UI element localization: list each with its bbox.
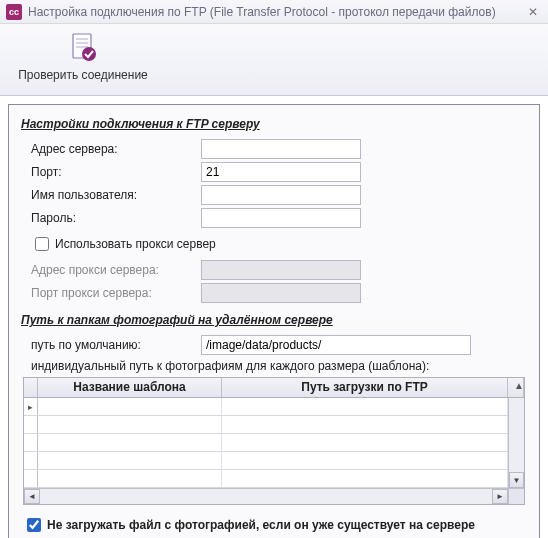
table-row[interactable] [24,470,508,488]
scroll-left-icon[interactable]: ◄ [24,489,40,504]
use-proxy-checkbox[interactable] [35,237,49,251]
cell-ftp-path[interactable] [222,434,508,451]
use-proxy-label: Использовать прокси сервер [55,237,216,251]
default-path-row: путь по умолчанию: [31,335,531,355]
port-label: Порт: [31,165,201,179]
skip-existing-row: Не загружать файл с фотографией, если он… [23,515,531,535]
scroll-corner [508,489,524,504]
table-header: Название шаблона Путь загрузки по FTP ▲ [24,378,524,398]
user-label: Имя пользователя: [31,188,201,202]
cell-template-name[interactable] [38,452,222,469]
proxy-addr-input [201,260,361,280]
check-connection-label: Проверить соединение [18,68,148,82]
server-label: Адрес сервера: [31,142,201,156]
check-connection-button[interactable]: Проверить соединение [8,30,158,84]
table-row[interactable] [24,416,508,434]
app-icon: cc [6,4,22,20]
record-selector[interactable] [24,470,38,487]
server-input[interactable] [201,139,361,159]
use-proxy-row: Использовать прокси сервер [31,234,531,254]
password-label: Пароль: [31,211,201,225]
password-row: Пароль: [31,208,531,228]
proxy-port-label: Порт прокси сервера: [31,286,201,300]
cell-ftp-path[interactable] [222,398,508,415]
table-row[interactable] [24,434,508,452]
close-icon[interactable]: ✕ [524,5,542,19]
scroll-down-icon[interactable]: ▼ [509,472,524,488]
cell-template-name[interactable] [38,434,222,451]
default-path-label: путь по умолчанию: [31,338,201,352]
proxy-port-row: Порт прокси сервера: [31,283,531,303]
table-row[interactable] [24,452,508,470]
cell-ftp-path[interactable] [222,452,508,469]
cell-ftp-path[interactable] [222,470,508,487]
cell-template-name[interactable] [38,416,222,433]
table-row[interactable]: ▸ [24,398,508,416]
user-input[interactable] [201,185,361,205]
settings-panel: Настройки подключения к FTP серверу Адре… [8,104,540,538]
port-row: Порт: [31,162,531,182]
user-row: Имя пользователя: [31,185,531,205]
record-selector[interactable] [24,416,38,433]
skip-existing-checkbox[interactable] [27,518,41,532]
document-check-icon [67,32,99,64]
port-input[interactable] [201,162,361,182]
ribbon: Проверить соединение [0,24,548,96]
record-selector[interactable] [24,452,38,469]
cell-ftp-path[interactable] [222,416,508,433]
skip-existing-label: Не загружать файл с фотографией, если он… [47,518,475,532]
col-template-name[interactable]: Название шаблона [38,378,222,397]
scroll-up-icon[interactable]: ▲ [508,378,524,397]
password-input[interactable] [201,208,361,228]
proxy-addr-label: Адрес прокси сервера: [31,263,201,277]
path-section-title: Путь к папкам фотографий на удалённом се… [21,313,531,327]
titlebar: cc Настройка подключения по FTP (File Tr… [0,0,548,24]
server-row: Адрес сервера: [31,139,531,159]
record-selector-header [24,378,38,397]
proxy-port-input [201,283,361,303]
default-path-input[interactable] [201,335,471,355]
horizontal-scrollbar[interactable]: ◄ ► [24,488,524,504]
scroll-right-icon[interactable]: ► [492,489,508,504]
cell-template-name[interactable] [38,398,222,415]
record-selector[interactable]: ▸ [24,398,38,415]
col-ftp-path[interactable]: Путь загрузки по FTP [222,378,508,397]
vertical-scrollbar[interactable]: ▼ [508,398,524,488]
template-table: Название шаблона Путь загрузки по FTP ▲ … [23,377,525,505]
cell-template-name[interactable] [38,470,222,487]
ftp-section-title: Настройки подключения к FTP серверу [21,117,531,131]
individual-path-caption: индивидуальный путь к фотографиям для ка… [31,359,531,373]
proxy-addr-row: Адрес прокси сервера: [31,260,531,280]
record-selector[interactable] [24,434,38,451]
svg-point-4 [82,47,96,61]
window-title: Настройка подключения по FTP (File Trans… [28,5,524,19]
